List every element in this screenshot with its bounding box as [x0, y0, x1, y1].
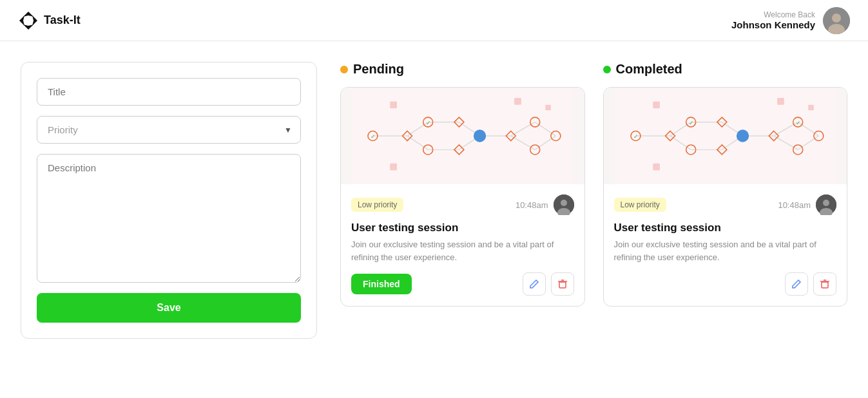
app-title: Task-It: [44, 14, 81, 27]
main-content: Priority Low Medium High Critical ▼ Save…: [0, 41, 868, 359]
card-meta-completed: Low priority 10:48am: [614, 194, 837, 215]
card-actions-completed: [614, 272, 837, 296]
svg-rect-30: [514, 98, 521, 105]
meta-right-pending: 10:48am: [516, 194, 574, 215]
svg-text:✓: ✓: [796, 120, 801, 126]
card-meta-pending: Low priority 10:48am: [351, 194, 574, 215]
user-area: Welcome Back Johnson Kennedy: [731, 7, 850, 34]
action-icons-completed: [785, 272, 836, 296]
flow-diagram-pending: ✓ ✓: [341, 88, 584, 184]
svg-rect-69: [808, 105, 814, 111]
card-image-completed: ✓ ✓ ✓: [604, 88, 847, 184]
logo-area: Task-It: [18, 10, 81, 31]
priority-wrapper: Priority Low Medium High Critical ▼: [37, 116, 301, 144]
svg-rect-68: [653, 164, 660, 171]
card-desc-completed: Join our exclusive testing session and b…: [614, 238, 837, 263]
completed-status-dot: [603, 66, 611, 73]
svg-rect-29: [390, 101, 397, 108]
description-input[interactable]: [37, 154, 301, 283]
form-panel: Priority Low Medium High Critical ▼ Save: [21, 62, 317, 339]
completed-column: Completed: [603, 62, 848, 339]
card-desc-pending: Join our exclusive testing session and b…: [351, 238, 574, 263]
priority-select[interactable]: Priority Low Medium High Critical: [37, 116, 301, 144]
svg-rect-32: [545, 105, 551, 111]
svg-point-1: [832, 14, 841, 23]
svg-rect-67: [777, 98, 784, 105]
completed-column-title: Completed: [616, 62, 682, 77]
svg-text:✓: ✓: [426, 120, 431, 126]
svg-rect-66: [653, 101, 660, 108]
meta-right-completed: 10:48am: [778, 194, 836, 215]
priority-badge-completed: Low priority: [614, 198, 666, 212]
card-body-completed: Low priority 10:48am User testing sessio…: [604, 184, 847, 306]
delete-button-pending[interactable]: [551, 272, 574, 296]
completed-column-header: Completed: [603, 62, 848, 77]
card-actions-pending: Finished: [351, 272, 574, 296]
svg-text:✓: ✓: [371, 133, 376, 140]
avatar[interactable]: [823, 7, 850, 34]
svg-point-22: [474, 129, 486, 142]
card-title-completed: User testing session: [614, 222, 837, 234]
svg-text:✓: ✓: [688, 120, 693, 126]
user-name: Johnson Kennedy: [731, 19, 815, 30]
delete-button-completed[interactable]: [813, 272, 836, 296]
svg-rect-36: [559, 282, 566, 288]
time-completed: 10:48am: [778, 200, 811, 210]
completed-task-card: ✓ ✓ ✓ Low priority 10:48am: [603, 87, 848, 307]
welcome-text: Welcome Back: [731, 10, 815, 19]
svg-text:✓: ✓: [633, 133, 639, 140]
priority-badge-pending: Low priority: [351, 198, 403, 212]
card-title-pending: User testing session: [351, 222, 574, 234]
pending-column-header: Pending: [340, 62, 585, 77]
flow-diagram-completed: ✓ ✓ ✓: [604, 88, 847, 184]
card-avatar-pending: [554, 194, 574, 215]
edit-button-completed[interactable]: [785, 272, 808, 296]
pending-task-card: ✓ ✓ Low priority 10:48am: [340, 87, 585, 307]
title-input[interactable]: [37, 78, 301, 106]
svg-point-58: [736, 129, 748, 142]
pending-status-dot: [340, 66, 348, 73]
pending-column-title: Pending: [353, 62, 404, 77]
time-pending: 10:48am: [516, 200, 548, 210]
svg-point-34: [561, 200, 567, 206]
edit-button-pending[interactable]: [523, 272, 546, 296]
card-image-pending: ✓ ✓: [341, 88, 584, 184]
finished-button[interactable]: Finished: [351, 274, 412, 294]
svg-point-71: [823, 200, 829, 206]
card-avatar-completed: [816, 194, 836, 215]
svg-rect-31: [390, 164, 397, 171]
svg-rect-73: [822, 282, 828, 288]
save-button[interactable]: Save: [37, 293, 301, 323]
app-header: Task-It Welcome Back Johnson Kennedy: [0, 0, 868, 41]
action-icons-pending: [523, 272, 574, 296]
card-body-pending: Low priority 10:48am User testing sessio…: [341, 184, 584, 306]
user-info: Welcome Back Johnson Kennedy: [731, 10, 815, 30]
pending-column: Pending: [340, 62, 585, 339]
columns-area: Pending: [340, 62, 847, 339]
logo-icon: [18, 10, 39, 31]
